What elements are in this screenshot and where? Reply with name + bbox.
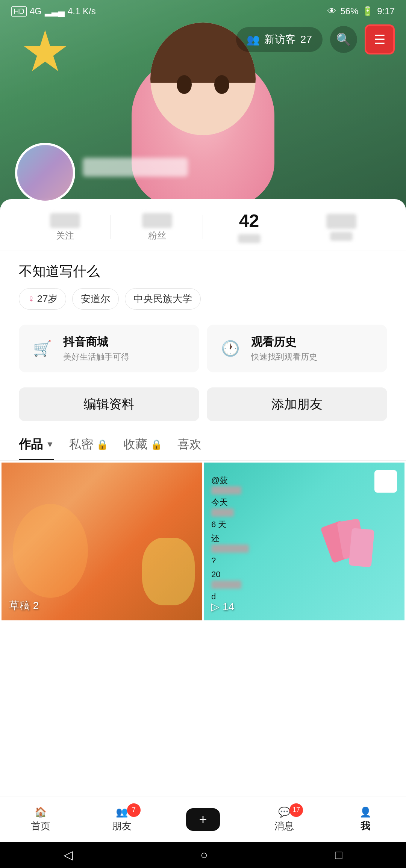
battery-level: 56% [340,6,358,17]
tab-works-label: 作品 [19,436,43,453]
edit-profile-button[interactable]: 编辑资料 [19,387,199,421]
add-button[interactable]: + [186,808,220,831]
likes-sublabel [238,234,261,243]
mall-info: 抖音商城 美好生活触手可得 [63,334,129,363]
me-icon: 👤 [359,806,371,818]
douyin-mall-card[interactable]: 🛒 抖音商城 美好生活触手可得 [19,325,199,372]
character-illustration [109,30,297,210]
bio-text: 不知道写什么 [19,262,387,281]
add-friend-button[interactable]: 添加朋友 [207,387,387,421]
nav-friends[interactable]: 👥 朋友 7 [99,806,144,833]
stats-row: 关注 粉丝 42 [0,199,406,251]
content-card: 关注 粉丝 42 不知道写什么 ♀ 2 [0,199,406,815]
video-overlay-text: @菠 今天 6 天 还? 20d [211,474,397,604]
add-friend-label: 添加朋友 [271,396,323,413]
female-icon: ♀ [27,293,35,305]
character-body [132,53,274,210]
tag-age-text: 27岁 [37,292,58,305]
history-title: 观看历史 [251,334,317,350]
watch-history-card[interactable]: 🕐 观看历史 快速找到观看历史 [207,325,387,372]
history-icon: 🕐 [217,336,244,362]
friends-badge: 7 [127,803,141,817]
tag-school-text: 中央民族大学 [133,292,192,305]
status-left: HD 4G ▂▃▄ 4.1 K/s [11,6,96,17]
nav-me[interactable]: 👤 我 [343,806,388,833]
history-info: 观看历史 快速找到观看历史 [251,334,317,363]
works-sublabel [330,232,353,241]
plus-icon: + [199,812,207,827]
tab-favorites-lock: 🔒 [150,439,162,451]
nav-home[interactable]: 🏠 首页 [18,806,63,833]
friends-icon: 👥 [116,806,128,818]
works-label [295,230,387,241]
battery-icon: 🔋 [362,6,373,17]
likes-label [203,233,295,243]
hamburger-icon: ☰ [374,32,385,47]
tabs-bar: 作品 ▼ 私密 🔒 收藏 🔒 喜欢 [0,429,406,461]
nav-add[interactable]: + [180,808,226,831]
messages-icon: 💬 [278,806,290,818]
avatar-area [15,143,75,203]
action-buttons: 编辑资料 添加朋友 [0,384,406,429]
draft-text: 草稿 2 [9,600,39,611]
visitors-icon: 👥 [247,33,260,46]
mall-icon: 🛒 [29,336,56,362]
tags-row: ♀ 27岁 安道尔 中央民族大学 [19,288,387,310]
messages-badge: 17 [289,803,303,817]
me-label: 我 [361,820,370,833]
video-item-1[interactable]: 草稿 2 [2,463,202,620]
stat-works[interactable] [295,213,387,241]
status-right: 👁 56% 🔋 9:17 [327,6,395,17]
service-cards: 🛒 抖音商城 美好生活触手可得 🕐 观看历史 快速找到观看历史 [0,313,406,384]
stat-likes[interactable]: 42 [203,210,295,243]
likes-value: 42 [203,210,295,231]
works-blurred [326,214,356,229]
stat-followers[interactable]: 粉丝 [111,212,203,242]
tag-location[interactable]: 安道尔 [72,288,119,310]
tag-age[interactable]: ♀ 27岁 [19,288,66,310]
tab-works-arrow: ▼ [46,440,54,449]
video-thumb-1 [2,463,202,620]
friends-label: 朋友 [112,820,132,833]
tab-works[interactable]: 作品 ▼ [19,429,54,460]
menu-button[interactable]: ☰ [365,24,395,54]
history-subtitle: 快速找到观看历史 [251,351,317,363]
video-item-2[interactable]: @菠 今天 6 天 还? 20d ▷ 14 [204,463,404,620]
play-count: ▷ 14 [211,600,234,613]
followers-value [111,212,203,228]
home-button[interactable]: ○ [200,848,208,862]
search-icon: 🔍 [336,32,351,47]
home-icon: 🏠 [35,806,47,818]
mall-title: 抖音商城 [63,334,129,350]
search-button[interactable]: 🔍 [330,26,357,53]
video-grid: 草稿 2 @菠 今天 6 天 还? 20d ▷ 14 [0,461,406,622]
recents-button[interactable]: □ [335,848,342,862]
stat-following[interactable]: 关注 [19,212,111,242]
tab-private[interactable]: 私密 🔒 [69,429,108,460]
system-bar: ◁ ○ □ [0,842,406,868]
tag-school[interactable]: 中央民族大学 [125,288,201,310]
visitors-label: 新访客 [264,32,296,47]
signal-bars: ▂▃▄ [45,6,65,17]
followers-blurred [142,213,172,228]
speed-indicator: 4.1 K/s [68,6,96,17]
overlay-line-3: 还? [211,532,397,567]
back-button[interactable]: ◁ [64,848,73,862]
overlay-line-4: 20d [211,568,397,603]
nav-messages[interactable]: 💬 消息 17 [262,806,307,833]
tab-favorites[interactable]: 收藏 🔒 [123,429,162,460]
tab-likes-label: 喜欢 [177,436,201,453]
eye-icon: 👁 [327,6,336,17]
works-value [295,213,387,229]
hd-badge: HD [11,6,27,17]
clock-time: 9:17 [377,6,395,17]
avatar[interactable] [15,143,75,203]
overlay-line-1: @菠 [211,474,397,494]
tab-private-lock: 🔒 [96,439,108,451]
visitors-button[interactable]: 👥 新访客 27 [236,27,323,52]
overlay-line-2: 今天 6 天 [211,496,397,531]
tab-likes[interactable]: 喜欢 [177,429,201,460]
mall-subtitle: 美好生活触手可得 [63,351,129,363]
avatar-image [17,145,73,201]
messages-label: 消息 [274,820,294,833]
